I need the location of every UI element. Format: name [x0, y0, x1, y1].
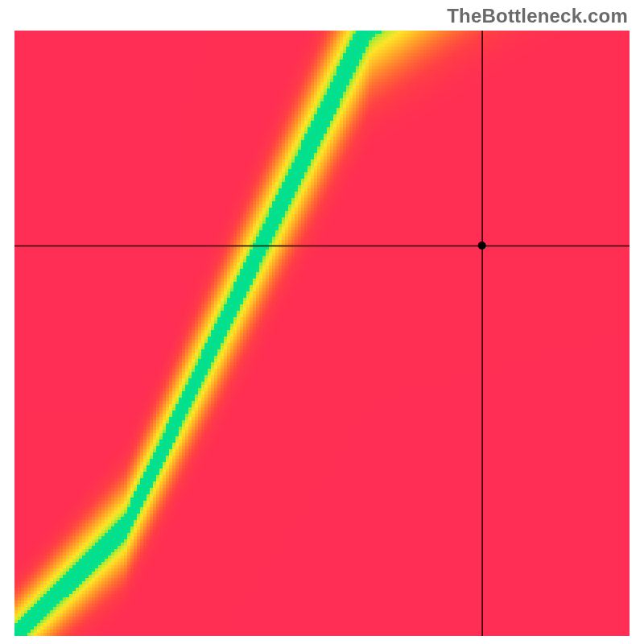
- chart-container: TheBottleneck.com: [0, 0, 644, 644]
- bottleneck-heatmap: [14, 31, 630, 636]
- watermark-text: TheBottleneck.com: [447, 5, 628, 27]
